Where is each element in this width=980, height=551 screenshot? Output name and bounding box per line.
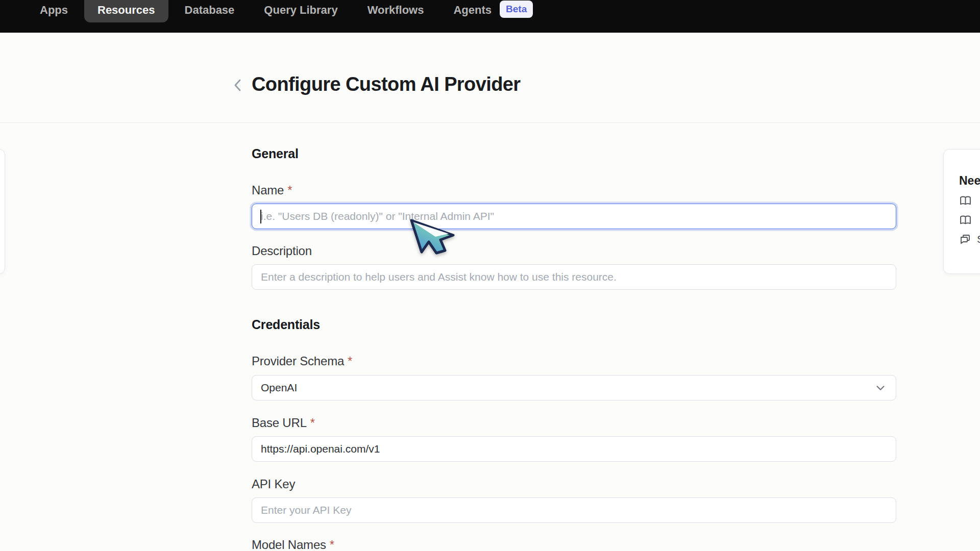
chat-icon [959,233,971,245]
page-title: Configure Custom AI Provider [252,73,521,95]
required-marker: * [330,538,334,551]
nav-item-apps[interactable]: Apps [40,4,68,16]
nav-item-agents-label: Agents [453,4,492,16]
help-panel-heading: Nee [959,174,980,188]
help-link-contact-text: S [977,233,980,245]
general-section-heading: General [252,146,896,161]
help-link-contact[interactable]: S [959,233,980,245]
nav-item-query-library[interactable]: Query Library [264,4,337,16]
api-key-input[interactable] [252,497,896,523]
required-marker: * [310,416,315,430]
provider-schema-label: Provider Schema* [252,354,896,368]
book-icon [959,194,972,207]
top-nav: Apps Resources Database Query Library Wo… [0,0,980,33]
configure-ai-provider-page: Apps Resources Database Query Library Wo… [0,0,980,551]
base-url-label: Base URL* [252,416,896,430]
required-marker: * [287,183,292,197]
provider-schema-select[interactable]: OpenAI [252,375,896,400]
text-caret [260,210,261,223]
back-button[interactable] [229,76,247,95]
model-names-label: Model Names* [252,538,896,551]
book-icon [959,214,972,227]
provider-schema-selected-value: OpenAI [261,382,297,394]
name-label: Name* [252,183,896,197]
model-names-label-text: Model Names [252,538,326,551]
base-url-label-text: Base URL [252,416,307,430]
chevron-down-icon [874,381,887,394]
name-input[interactable] [252,204,896,229]
beta-badge: Beta [500,1,533,18]
required-marker: * [348,354,352,368]
api-key-label: API Key [252,477,896,491]
description-input[interactable] [252,264,896,290]
chevron-left-icon [232,78,243,93]
base-url-input[interactable] [252,436,896,462]
header-divider [0,122,980,123]
provider-schema-label-text: Provider Schema [252,354,344,368]
nav-item-database[interactable]: Database [185,4,235,16]
nav-item-workflows[interactable]: Workflows [368,4,424,16]
credentials-section-heading: Credentials [252,317,896,332]
left-peek-card [0,149,5,274]
nav-item-resources[interactable]: Resources [84,0,168,22]
name-label-text: Name [252,183,284,197]
help-panel: Nee S [943,149,980,274]
help-link-docs-1[interactable] [959,194,980,207]
description-label: Description [252,244,896,258]
help-link-docs-2[interactable] [959,214,980,227]
nav-item-agents[interactable]: Agents Beta [453,3,533,18]
